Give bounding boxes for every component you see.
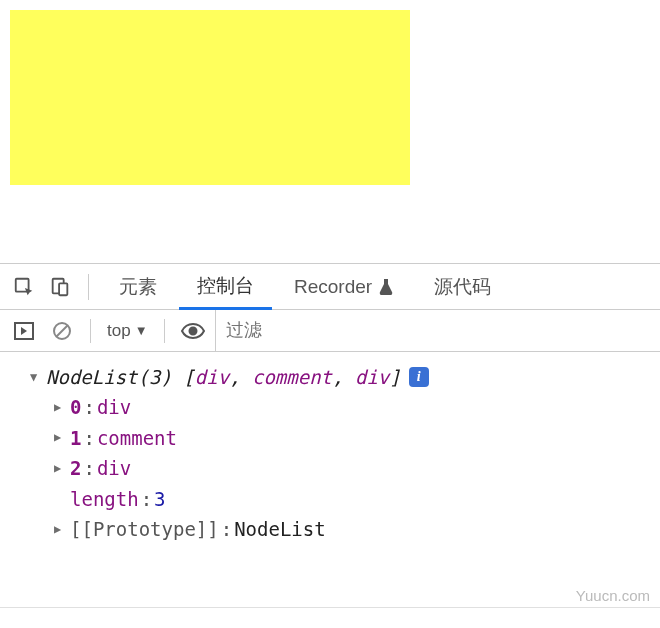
svg-point-6 [189, 327, 196, 334]
expand-arrow-icon[interactable]: ▶ [54, 398, 68, 417]
context-selector[interactable]: top ▼ [103, 321, 152, 341]
divider [88, 274, 89, 300]
tab-label: 元素 [119, 274, 157, 300]
prototype-row[interactable]: ▶ [[Prototype]]: NodeList [30, 514, 650, 544]
length-row[interactable]: length: 3 [30, 484, 650, 514]
page-content [0, 0, 660, 195]
tab-recorder[interactable]: Recorder [276, 264, 412, 310]
expand-arrow-icon[interactable]: ▼ [30, 368, 44, 387]
device-toggle-icon[interactable] [44, 271, 76, 303]
console-toolbar: top ▼ [0, 310, 660, 352]
nodelist-item[interactable]: ▶ 2: div [30, 453, 650, 483]
svg-line-5 [57, 325, 68, 336]
console-output: ▼ NodeList(3) [div, comment, div] i ▶ 0:… [0, 352, 660, 554]
sidebar-toggle-icon[interactable] [8, 315, 40, 347]
tab-label: Recorder [294, 276, 372, 298]
tab-elements[interactable]: 元素 [101, 264, 175, 310]
nodelist-item[interactable]: ▶ 0: div [30, 392, 650, 422]
tab-label: 控制台 [197, 273, 254, 299]
watermark: Yuucn.com [576, 587, 650, 604]
divider [90, 319, 91, 343]
devtools-tab-bar: 元素 控制台 Recorder 源代码 [0, 264, 660, 310]
nodelist-item[interactable]: ▶ 1: comment [30, 423, 650, 453]
devtools-panel: 元素 控制台 Recorder 源代码 [0, 263, 660, 628]
clear-console-icon[interactable] [46, 315, 78, 347]
eye-icon[interactable] [177, 315, 209, 347]
chevron-down-icon: ▼ [135, 323, 148, 338]
divider [164, 319, 165, 343]
tab-console[interactable]: 控制台 [179, 264, 272, 310]
divider [0, 607, 660, 608]
svg-rect-2 [59, 283, 67, 295]
inspect-icon[interactable] [8, 271, 40, 303]
expand-arrow-icon[interactable]: ▶ [54, 459, 68, 478]
filter-input[interactable] [215, 310, 652, 351]
flask-icon [378, 278, 394, 296]
object-summary: NodeList(3) [div, comment, div] [46, 362, 401, 392]
tab-label: 源代码 [434, 274, 491, 300]
yellow-box [10, 10, 410, 185]
info-icon[interactable]: i [409, 367, 429, 387]
context-label: top [107, 321, 131, 341]
nodelist-header[interactable]: ▼ NodeList(3) [div, comment, div] i [30, 362, 650, 392]
expand-arrow-icon[interactable]: ▶ [54, 520, 68, 539]
tab-sources[interactable]: 源代码 [416, 264, 509, 310]
expand-arrow-icon[interactable]: ▶ [54, 428, 68, 447]
